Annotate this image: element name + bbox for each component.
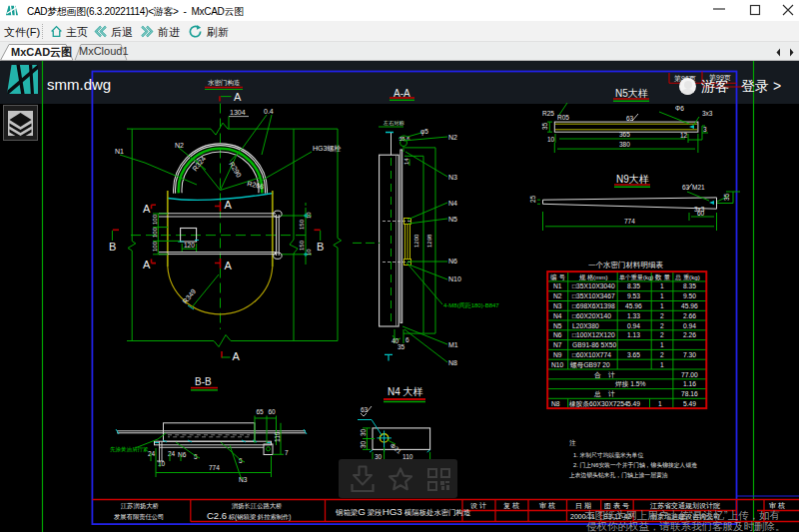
svg-text:N2: N2 (175, 142, 184, 149)
svg-text:N5: N5 (553, 322, 562, 329)
svg-text:N2: N2 (448, 134, 457, 141)
svg-text:2: 2 (660, 351, 664, 358)
svg-text:3x3: 3x3 (702, 110, 713, 117)
svg-text:1298: 1298 (426, 234, 432, 248)
svg-text:8.35: 8.35 (627, 282, 640, 289)
svg-text:江苏润扬大桥: 江苏润扬大桥 (120, 502, 159, 510)
svg-text:24: 24 (148, 450, 156, 457)
svg-text:C2.6 标(钢箱梁 斜拉索制作): C2.6 标(钢箱梁 斜拉索制作) (207, 510, 291, 521)
svg-text:A: A (143, 259, 151, 270)
svg-text:7.30: 7.30 (683, 351, 696, 358)
svg-text:M21: M21 (692, 184, 705, 191)
svg-text:78.16: 78.16 (681, 390, 698, 397)
svg-text:0.94: 0.94 (683, 322, 696, 329)
svg-text:□35X10X3040: □35X10X3040 (572, 282, 615, 289)
svg-text:25: 25 (529, 195, 536, 203)
svg-text:63: 63 (682, 184, 690, 191)
svg-text:2: 2 (660, 322, 664, 329)
svg-text:钢箱梁G 梁段HG3 横隔板处水密门构造: 钢箱梁G 梁段HG3 横隔板处水密门构造 (335, 506, 470, 517)
svg-text:1: 1 (658, 400, 662, 407)
svg-text:365: 365 (619, 131, 630, 138)
svg-text:3: 3 (703, 126, 707, 133)
svg-text:N3: N3 (239, 476, 248, 483)
svg-text:3x3: 3x3 (694, 206, 705, 213)
svg-text:45.96: 45.96 (625, 302, 642, 309)
svg-text:N7: N7 (553, 341, 562, 348)
svg-text:1: 1 (660, 302, 664, 309)
svg-text:发展有限责任公司: 发展有限责任公司 (114, 513, 164, 521)
svg-text:0.4: 0.4 (264, 108, 274, 115)
svg-text:润扬长江公路大桥: 润扬长江公路大桥 (232, 502, 283, 510)
svg-text:7: 7 (285, 449, 289, 456)
svg-text:N8: N8 (551, 400, 560, 407)
svg-text:□60X20X140: □60X20X140 (572, 312, 611, 319)
svg-text:774: 774 (209, 464, 220, 471)
svg-text:1.33: 1.33 (627, 312, 640, 319)
svg-text:2. 门上N6安装一个并于门轴，铆头铆接定人锻造: 2. 门上N6安装一个并于门轴，铆头铆接定人锻造 (573, 461, 697, 469)
svg-text:注: 注 (569, 439, 576, 446)
svg-text:35: 35 (398, 343, 405, 350)
svg-text:1: 1 (660, 282, 664, 289)
svg-text:□60X10X774: □60X10X774 (572, 351, 611, 358)
svg-text:A: A (143, 203, 151, 215)
svg-text:□698X6X1398: □698X6X1398 (572, 302, 615, 309)
svg-text:N10: N10 (551, 361, 564, 368)
svg-text:1200: 1200 (413, 234, 419, 248)
svg-text:2.26: 2.26 (683, 331, 696, 338)
svg-text:L20X380: L20X380 (572, 322, 599, 329)
svg-text:N5大样: N5大样 (615, 88, 648, 99)
svg-text:R05: R05 (557, 114, 569, 121)
svg-text:N6: N6 (553, 331, 562, 338)
svg-text:上表边锁头钻来孔，门轴上涂一层黄油: 上表边锁头钻来孔，门轴上涂一层黄油 (569, 471, 668, 479)
svg-text:65: 65 (257, 408, 265, 415)
svg-text:数 量: 数 量 (654, 273, 671, 280)
svg-text:N4 大样: N4 大样 (388, 386, 423, 397)
svg-text:编 号: 编 号 (550, 273, 566, 280)
svg-text:6: 6 (405, 336, 409, 343)
svg-text:Φ21: Φ21 (389, 441, 402, 455)
svg-text:110: 110 (274, 431, 281, 442)
svg-text:774: 774 (624, 218, 635, 225)
svg-text:总 计: 总 计 (593, 390, 615, 397)
svg-text:100: 100 (152, 227, 158, 238)
svg-text:12: 12 (680, 132, 688, 139)
svg-text:一个水密门材料明细表: 一个水密门材料明细表 (588, 261, 664, 269)
svg-text:5.49: 5.49 (683, 400, 696, 407)
svg-text:30: 30 (360, 440, 367, 448)
svg-text:10: 10 (547, 136, 555, 143)
svg-text:1: 1 (660, 341, 664, 348)
svg-text:2.66: 2.66 (683, 312, 696, 319)
svg-text:35: 35 (541, 122, 548, 130)
svg-text:M1: M1 (448, 341, 458, 348)
svg-text:2: 2 (660, 312, 664, 319)
svg-text:45.96: 45.96 (681, 302, 698, 309)
svg-text:Φ6: Φ6 (675, 105, 684, 112)
svg-text:N8: N8 (448, 359, 457, 366)
svg-text:B: B (317, 241, 324, 253)
svg-text:1: 1 (660, 292, 664, 299)
svg-text:规 格(mm): 规 格(mm) (579, 273, 608, 281)
svg-text:单个重量(kg): 单个重量(kg) (619, 273, 653, 280)
svg-text:A: A (234, 91, 242, 103)
svg-text:150: 150 (299, 219, 305, 230)
svg-text:10: 10 (158, 460, 166, 467)
svg-text:N1: N1 (115, 148, 124, 155)
svg-text:N6: N6 (448, 258, 457, 265)
svg-text:橡胶条60X30X7254: 橡胶条60X30X7254 (569, 400, 628, 408)
svg-text:合 计: 合 计 (594, 371, 615, 378)
svg-text:左右对称: 左右对称 (383, 120, 405, 127)
svg-text:GB91-86 5X50: GB91-86 5X50 (572, 341, 617, 348)
svg-text:B-B: B-B (195, 376, 212, 387)
svg-text:N9大样: N9大样 (616, 174, 649, 185)
svg-text:A: A (225, 260, 233, 271)
svg-text:□35X10X3467: □35X10X3467 (572, 292, 615, 299)
svg-text:总 重(kg): 总 重(kg) (674, 273, 700, 280)
svg-text:8.35: 8.35 (683, 282, 696, 289)
svg-text:2: 2 (660, 331, 664, 338)
svg-text:N9: N9 (553, 351, 562, 358)
svg-text:1: 1 (660, 361, 664, 368)
svg-text:3.65: 3.65 (627, 351, 640, 358)
svg-text:φ5: φ5 (420, 128, 428, 136)
svg-text:10: 10 (306, 212, 312, 219)
svg-text:HG3螺栓: HG3螺栓 (313, 145, 341, 153)
